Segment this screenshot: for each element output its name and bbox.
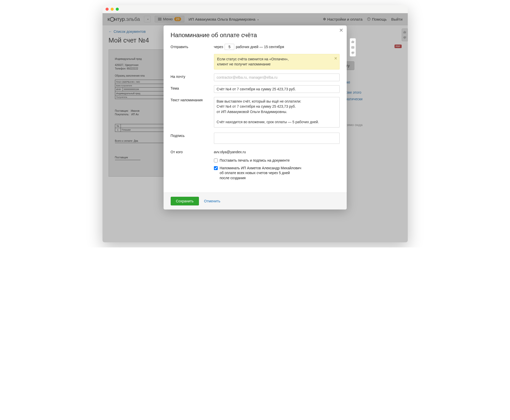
- modal-close-button[interactable]: ✕: [339, 27, 344, 33]
- signature-textarea[interactable]: [214, 133, 340, 144]
- thumbs-down-icon[interactable]: [351, 51, 355, 55]
- send-label: Отправить: [171, 44, 211, 49]
- modal-footer: Сохранить Отменить: [164, 192, 347, 209]
- mail-icon[interactable]: [351, 46, 355, 49]
- stamp-checkbox[interactable]: [214, 159, 218, 162]
- days-input[interactable]: [225, 44, 234, 50]
- minimize-window-icon[interactable]: [111, 8, 114, 11]
- window-frame: кнтур.эльба ▾ Меню 23 ИП Аввакумова Ольг…: [103, 5, 408, 242]
- modal-feedback-bar: [350, 38, 356, 57]
- status-notice: ✕ Если статус счёта сменится на «Оплачен…: [214, 54, 340, 69]
- close-icon: ✕: [339, 27, 343, 33]
- modal-title: Напоминание об оплате счёта: [171, 32, 340, 39]
- email-label: На почту: [171, 74, 211, 79]
- subject-input[interactable]: [214, 85, 340, 93]
- from-label: От кого: [171, 149, 211, 154]
- remind-all-checkbox[interactable]: [214, 166, 218, 170]
- thumbs-up-icon[interactable]: [351, 40, 355, 44]
- app-viewport: кнтур.эльба ▾ Меню 23 ИП Аввакумова Ольг…: [103, 13, 408, 242]
- signature-label: Подпись: [171, 133, 211, 138]
- maximize-window-icon[interactable]: [116, 8, 119, 11]
- send-prefix: через: [214, 45, 223, 49]
- notice-text: Если статус счёта сменится на «Оплачен»,…: [217, 57, 289, 66]
- subject-label: Тема: [171, 85, 211, 90]
- save-button[interactable]: Сохранить: [171, 197, 199, 205]
- body-textarea[interactable]: [214, 97, 340, 128]
- macos-titlebar: [103, 5, 408, 13]
- send-suffix: рабочих дней — 15 сентября: [236, 45, 284, 49]
- from-value: avv.olya@yandex.ru: [214, 149, 340, 154]
- email-input[interactable]: [214, 74, 340, 81]
- stamp-checkbox-label: Поставить печать и подпись на документе: [220, 158, 290, 163]
- cancel-link[interactable]: Отменить: [204, 199, 220, 203]
- close-window-icon[interactable]: [106, 8, 109, 11]
- notice-close-button[interactable]: ✕: [334, 56, 337, 61]
- modal-overlay: ✕ Напоминание об оплате счёта Отправить: [103, 13, 408, 242]
- body-label: Текст напоминания: [171, 97, 211, 102]
- remind-all-checkbox-label: Напоминать ИП Ахметов Александр Михайлов…: [220, 166, 301, 181]
- payment-reminder-modal: ✕ Напоминание об оплате счёта Отправить: [164, 25, 347, 209]
